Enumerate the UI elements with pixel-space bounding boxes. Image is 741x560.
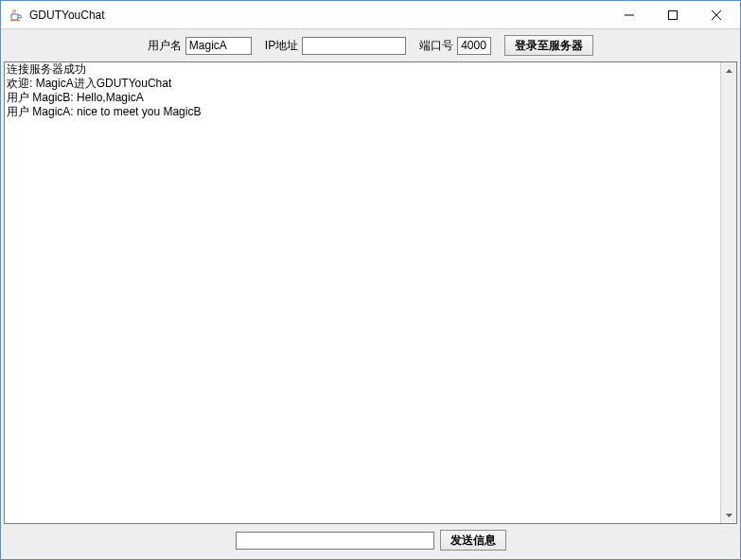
send-toolbar: 发送信息	[4, 524, 737, 556]
ip-label: IP地址	[265, 38, 298, 54]
username-input[interactable]	[185, 37, 252, 55]
scroll-up-button[interactable]	[721, 62, 736, 79]
maximize-button[interactable]	[651, 1, 695, 29]
login-toolbar: 用户名 IP地址 端口号 登录至服务器	[4, 29, 737, 61]
ip-input[interactable]	[302, 37, 406, 55]
username-label: 用户名	[148, 38, 182, 54]
port-input[interactable]	[457, 37, 491, 55]
login-button[interactable]: 登录至服务器	[504, 35, 593, 56]
chat-log-container: 连接服务器成功 欢迎: MagicA进入GDUTYouChat 用户 Magic…	[4, 61, 737, 524]
titlebar: GDUTYouChat	[1, 1, 740, 29]
app-window: GDUTYouChat 用户名 IP地址 端口号 登录至服务器	[0, 0, 741, 560]
scroll-track[interactable]	[721, 79, 736, 507]
port-label: 端口号	[419, 38, 453, 54]
scrollbar[interactable]	[720, 62, 736, 523]
content-wrapper: 用户名 IP地址 端口号 登录至服务器 连接服务器成功 欢迎: MagicA进入…	[1, 29, 740, 559]
chevron-up-icon	[726, 69, 732, 73]
window-controls	[608, 1, 738, 29]
chevron-down-icon	[726, 514, 732, 517]
svg-rect-0	[10, 20, 20, 21]
window-title: GDUTYouChat	[29, 9, 608, 22]
java-cup-icon	[9, 8, 24, 23]
minimize-icon	[625, 10, 634, 20]
send-button[interactable]: 发送信息	[440, 530, 506, 551]
maximize-icon	[668, 10, 678, 20]
message-input[interactable]	[236, 532, 434, 550]
scroll-down-button[interactable]	[721, 507, 736, 523]
chat-log: 连接服务器成功 欢迎: MagicA进入GDUTYouChat 用户 Magic…	[5, 62, 720, 523]
minimize-button[interactable]	[608, 1, 651, 29]
close-icon	[712, 10, 721, 20]
close-button[interactable]	[695, 1, 738, 29]
svg-rect-2	[669, 10, 678, 19]
